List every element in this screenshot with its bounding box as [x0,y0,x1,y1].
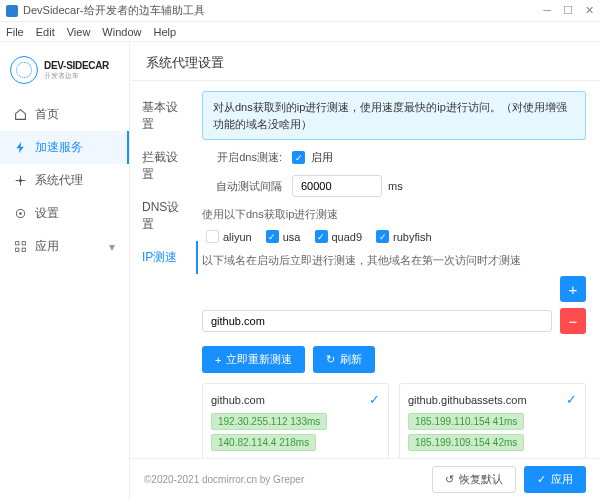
restore-button[interactable]: ↺恢复默认 [432,466,516,493]
chk-rubyfish[interactable]: ✓ [376,230,389,243]
check-icon: ✓ [537,473,546,486]
tab-ipspeed[interactable]: IP测速 [130,241,198,274]
dns-test-label: 开启dns测速: [202,150,282,165]
interval-input[interactable] [292,175,382,197]
enable-text: 启用 [311,150,333,165]
ip-pill: 140.82.114.4 218ms [211,434,316,451]
undo-icon: ↺ [445,473,454,486]
remove-domain-button[interactable]: − [560,308,586,334]
proxy-icon [14,174,27,187]
tab-intercept[interactable]: 拦截设置 [130,141,198,191]
apply-button[interactable]: ✓应用 [524,466,586,493]
gear-icon [14,207,27,220]
dns-test-checkbox[interactable]: ✓ [292,151,305,164]
plus-icon: + [215,354,221,366]
retest-button[interactable]: +立即重新测速 [202,346,305,373]
result-card: github.githubassets.com✓ 185.199.110.154… [399,383,586,458]
tab-basic[interactable]: 基本设置 [130,91,198,141]
svg-point-2 [19,212,21,214]
menu-edit[interactable]: Edit [36,26,55,38]
menu-file[interactable]: File [6,26,24,38]
refresh-button[interactable]: ↻刷新 [313,346,375,373]
check-icon: ✓ [369,392,380,407]
apps-icon [14,240,27,253]
result-host: github.githubassets.com [408,394,527,406]
window-title: DevSidecar-给开发者的边车辅助工具 [23,3,205,18]
app-icon [6,5,18,17]
minimize-icon[interactable]: ─ [543,4,551,17]
svg-rect-4 [22,242,25,245]
chk-usa[interactable]: ✓ [266,230,279,243]
add-domain-button[interactable]: + [560,276,586,302]
check-icon: ✓ [566,392,577,407]
sidebar-item-home[interactable]: 首页 [0,98,129,131]
logo-icon [10,56,38,84]
close-icon[interactable]: ✕ [585,4,594,17]
sidebar-item-proxy[interactable]: 系统代理 [0,164,129,197]
interval-unit: ms [388,180,403,192]
ip-pill: 185.199.110.154 41ms [408,413,524,430]
menu-view[interactable]: View [67,26,91,38]
ip-pill: 192.30.255.112 133ms [211,413,327,430]
result-host: github.com [211,394,265,406]
ip-pill: 185.199.109.154 42ms [408,434,524,451]
chevron-down-icon: ▾ [109,240,115,254]
domain-hint: 以下域名在启动后立即进行测速，其他域名在第一次访问时才测速 [202,253,586,268]
chk-aliyun[interactable] [206,230,219,243]
copyright: ©2020-2021 docmirror.cn by Greper [144,474,304,485]
menu-help[interactable]: Help [153,26,176,38]
svg-rect-5 [16,248,19,251]
logo: DEV-SIDECAR 开发者边车 [0,50,129,98]
home-icon [14,108,27,121]
menu-window[interactable]: Window [102,26,141,38]
sidebar-item-accel[interactable]: 加速服务 [0,131,129,164]
maximize-icon[interactable]: ☐ [563,4,573,17]
menubar: File Edit View Window Help [0,22,600,42]
sidebar-item-settings[interactable]: 设置 [0,197,129,230]
info-alert: 对从dns获取到的ip进行测速，使用速度最快的ip进行访问。（对使用增强功能的域… [202,91,586,140]
tab-dns[interactable]: DNS设置 [130,191,198,241]
page-title: 系统代理设置 [130,42,600,81]
domain-input[interactable] [202,310,552,332]
providers-label: 使用以下dns获取ip进行测速 [202,207,586,222]
svg-rect-3 [16,242,19,245]
svg-rect-6 [22,248,25,251]
interval-label: 自动测试间隔 [202,179,282,194]
chk-quad9[interactable]: ✓ [315,230,328,243]
bolt-icon [14,141,27,154]
refresh-icon: ↻ [326,353,335,366]
svg-point-0 [19,179,22,182]
sidebar-item-apps[interactable]: 应用▾ [0,230,129,263]
result-card: github.com✓ 192.30.255.112 133ms 140.82.… [202,383,389,458]
